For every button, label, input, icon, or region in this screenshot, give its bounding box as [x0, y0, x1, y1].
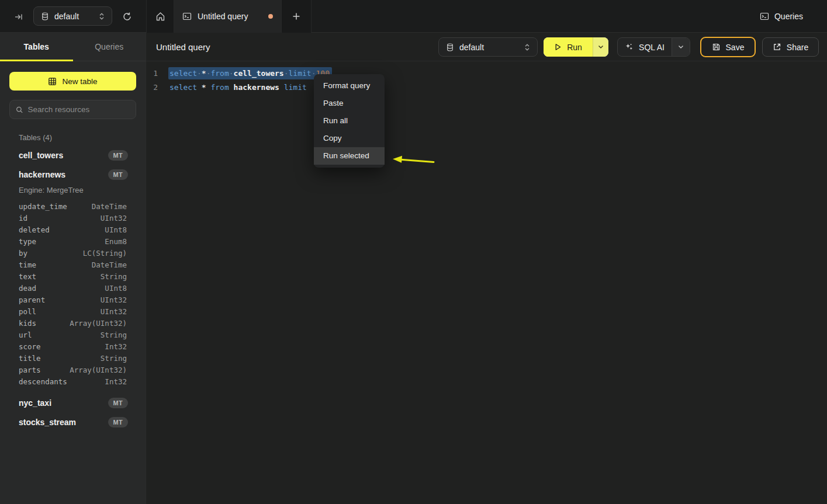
search-input[interactable] [28, 105, 130, 114]
column-row-title[interactable]: titleString [9, 352, 136, 364]
engine-badge: MT [108, 150, 128, 161]
run-split-button[interactable]: Run [544, 37, 608, 57]
column-row-id[interactable]: idUInt32 [9, 212, 136, 224]
table-name: cell_towers [19, 151, 108, 160]
main-panel: Untitled query default Run [146, 33, 827, 504]
column-name: deleted [19, 225, 105, 234]
context-menu-item-copy[interactable]: Copy [314, 130, 385, 147]
table-item-stocks_stream[interactable]: stocks_streamMT [9, 412, 136, 432]
table-name: stocks_stream [19, 418, 108, 427]
database-selector-value: default [54, 12, 94, 21]
column-row-parent[interactable]: parentUInt32 [9, 294, 136, 305]
column-type: UInt32 [101, 296, 127, 304]
editor-lines: 1select·*·from·cell_towers·limit·1002sel… [146, 66, 827, 94]
column-row-url[interactable]: urlString [9, 329, 136, 340]
play-icon [554, 43, 562, 51]
context-menu-item-run-selected[interactable]: Run selected [314, 147, 385, 165]
refresh-icon[interactable] [120, 10, 133, 23]
table-item-cell_towers[interactable]: cell_towersMT [9, 145, 136, 165]
sidebar-content: New table Tables (4) cell_towersMThacker… [0, 61, 146, 432]
database-selector-top[interactable]: default [33, 6, 112, 26]
table-item-nyc_taxi[interactable]: nyc_taxiMT [9, 393, 136, 412]
chevron-down-icon [598, 45, 604, 49]
sql-ai-label: SQL AI [639, 43, 665, 52]
column-name: score [19, 342, 105, 351]
column-name: by [19, 249, 83, 258]
tab-strip: Untitled query [146, 0, 312, 33]
sql-ai-split-button[interactable]: SQL AI [617, 37, 690, 57]
column-row-parts[interactable]: partsArray(UInt32) [9, 364, 136, 376]
line-number: 2 [151, 83, 158, 92]
column-row-score[interactable]: scoreInt32 [9, 340, 136, 352]
column-row-deleted[interactable]: deletedUInt8 [9, 224, 136, 235]
column-type: Array(UInt32) [70, 319, 127, 328]
column-row-type[interactable]: typeEnum8 [9, 235, 136, 247]
sql-ai-button[interactable]: SQL AI [618, 43, 672, 52]
column-name: kids [19, 319, 70, 328]
column-row-kids[interactable]: kidsArray(UInt32) [9, 317, 136, 329]
column-row-dead[interactable]: deadUInt8 [9, 282, 136, 294]
column-row-text[interactable]: textString [9, 270, 136, 282]
new-table-label: New table [62, 77, 97, 86]
column-name: title [19, 354, 101, 363]
collapse-sidebar-icon[interactable] [13, 11, 25, 23]
column-type: String [101, 354, 127, 363]
database-selector-toolbar[interactable]: default [438, 37, 538, 57]
home-icon [155, 12, 165, 22]
search-box[interactable] [9, 100, 136, 119]
run-label: Run [567, 43, 582, 52]
save-button[interactable]: Save [700, 37, 756, 57]
sql-editor[interactable]: 1select·*·from·cell_towers·limit·1002sel… [146, 61, 827, 504]
home-tab-button[interactable] [147, 0, 174, 33]
column-row-update_time[interactable]: update_timeDateTime [9, 200, 136, 212]
search-icon [16, 106, 23, 114]
unsaved-changes-dot [268, 14, 273, 19]
code-line: 2select * from hackernews limit [146, 80, 827, 94]
query-title: Untitled query [156, 33, 210, 61]
column-row-by[interactable]: byLC(String) [9, 247, 136, 259]
column-row-poll[interactable]: pollUInt32 [9, 305, 136, 317]
sql-ai-options-button[interactable] [672, 38, 690, 56]
column-name: descendants [19, 377, 105, 386]
code-text-selected[interactable]: select·*·from·cell_towers·limit·100 [168, 67, 332, 79]
sidebar-tab-queries[interactable]: Queries [73, 33, 146, 61]
context-menu-item-run-all[interactable]: Run all [314, 112, 385, 130]
column-name: time [19, 260, 92, 269]
new-tab-button[interactable] [282, 0, 311, 33]
tables-section-label: Tables (4) [19, 133, 136, 142]
new-table-button[interactable]: New table [9, 72, 136, 91]
table-name: nyc_taxi [19, 398, 108, 408]
run-button[interactable]: Run [544, 37, 593, 57]
tab-untitled-query[interactable]: Untitled query [174, 0, 282, 33]
sidebar: Tables Queries New table Tables (4) cell… [0, 33, 146, 504]
queries-panel-button[interactable]: Queries [760, 9, 803, 23]
engine-badge: MT [108, 417, 128, 427]
updown-chevron-icon [524, 43, 530, 51]
column-row-time[interactable]: timeDateTime [9, 259, 136, 270]
column-row-descendants[interactable]: descendantsInt32 [9, 376, 136, 387]
engine-badge: MT [108, 398, 128, 408]
query-toolbar: Untitled query default Run [146, 33, 827, 61]
share-button[interactable]: Share [762, 37, 819, 57]
share-icon [773, 43, 781, 51]
column-name: url [19, 331, 101, 339]
column-type: Array(UInt32) [70, 366, 127, 374]
table-item-hackernews[interactable]: hackernewsMT [9, 165, 136, 184]
share-label: Share [787, 43, 808, 52]
table-engine-label: Engine: MergeTree [9, 184, 136, 198]
sidebar-tab-tables[interactable]: Tables [0, 33, 73, 61]
database-icon [446, 43, 454, 51]
line-number: 1 [151, 69, 158, 78]
column-type: Enum8 [105, 237, 127, 246]
column-type: Int32 [105, 342, 127, 351]
context-menu-item-format-query[interactable]: Format query [314, 77, 385, 95]
engine-badge: MT [108, 169, 128, 180]
database-selector-value: default [459, 43, 519, 52]
run-options-button[interactable] [593, 37, 608, 57]
column-type: LC(String) [83, 249, 127, 258]
code-text[interactable]: select * from hackernews limit [168, 81, 314, 93]
column-name: parent [19, 296, 101, 304]
sparkles-icon [625, 43, 634, 51]
annotation-arrow-icon [388, 152, 438, 168]
context-menu-item-paste[interactable]: Paste [314, 95, 385, 112]
